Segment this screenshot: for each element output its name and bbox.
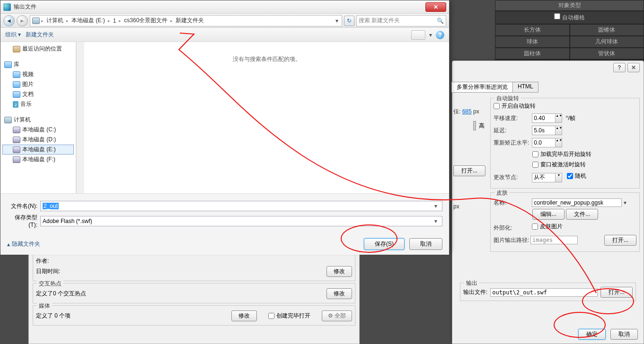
savetype-dropdown-icon[interactable]: ▾ [432,218,440,224]
view-dropdown-icon[interactable]: ▾ [429,32,432,38]
crumb-folder-cs360[interactable]: cs360全景图文件 [123,17,169,25]
relevel-spinner[interactable]: ▲▼ [532,138,562,147]
tree-scrollbar[interactable] [76,42,84,193]
save-button[interactable]: 保存(S) [364,238,405,250]
back-button[interactable]: ◄ [3,15,15,26]
change-node-input[interactable] [532,174,555,181]
open-after-create[interactable]: 创建完毕打开 [268,312,310,320]
after-load-rotate[interactable]: 加载完毕后开始旋转 [532,150,591,158]
hide-folders-link[interactable]: ▴ 隐藏文件夹 [7,240,40,248]
spinner-arrows-icon[interactable]: ▲▼ [555,126,562,135]
primitive-box[interactable]: 长方体 [495,24,570,36]
skin-name-field[interactable]: controller_new_popup.ggsk [532,198,622,207]
primitive-cone[interactable]: 圆锥体 [570,24,644,36]
pan-speed-spinner[interactable]: ▲▼ [532,113,562,123]
nav-tree[interactable]: 最近访问的位置 库 视频 图片 文档 ♪音乐 计算机 本地磁盘 (C:) 本地磁… [0,42,76,193]
close-icon[interactable]: ✕ [425,2,446,12]
delay-spinner[interactable]: ▲▼ [532,126,562,135]
peek-open-button[interactable]: 打开... [453,165,485,176]
tab-multires[interactable]: 多重分辨率渐进浏览 [451,82,513,93]
object-type-header: 对象类型 [495,0,644,11]
modify-button-1[interactable]: 修改 [326,266,352,277]
skin-edit-button[interactable]: 编辑... [532,209,565,220]
cancel-button[interactable]: 取消 [610,329,638,340]
chevron-right-icon[interactable]: ▸ [65,18,70,23]
filename-input[interactable]: 2_out ▾ [40,201,442,211]
random-checkbox[interactable] [567,173,573,179]
tree-drive-c[interactable]: 本地磁盘 (C:) [2,125,74,135]
tree-music[interactable]: ♪音乐 [2,99,74,109]
open-after-create-checkbox[interactable] [268,313,274,319]
tree-video[interactable]: 视频 [2,69,74,79]
random-checkbox-row[interactable]: 随机 [567,172,586,180]
modify-button-3[interactable]: 修改 [231,310,257,321]
modify-button-2[interactable]: 修改 [326,288,352,299]
tree-drive-f[interactable]: 本地磁盘 (F:) [2,155,74,164]
chevron-right-icon[interactable]: ▸ [117,18,123,23]
close-button[interactable]: ✕ [627,63,640,72]
skin-file-button[interactable]: 文件... [566,209,598,220]
forward-button[interactable]: ► [17,15,28,26]
externalize-skinimg[interactable]: 皮肤图片 [532,223,563,231]
spinner-arrows-icon[interactable]: ▲▼ [555,138,562,147]
pan-speed-unit: °/帧 [566,115,575,121]
spinner-arrows-icon[interactable]: ▲▼ [555,114,562,122]
tree-docs[interactable]: 文档 [2,89,74,99]
all-button[interactable]: ⚙ 全部 [322,310,352,321]
refresh-button[interactable]: ↻ [344,16,354,26]
filename-dropdown-icon[interactable]: ▾ [432,203,440,209]
chevron-right-icon[interactable]: ▸ [106,18,112,23]
new-folder-button[interactable]: 新建文件夹 [26,31,54,39]
after-load-checkbox[interactable] [532,151,538,157]
auto-grid-checkbox-row[interactable]: 自动栅格 [495,11,644,24]
slider-handle-icon[interactable] [473,121,476,130]
savetype-select[interactable]: Adobe Flash (*.swf) ▾ [40,216,442,226]
tab-html[interactable]: HTML [512,82,538,93]
change-node-select[interactable]: ▼ [532,173,562,182]
search-input[interactable]: 搜索 新建文件夹 🔍 [356,15,446,26]
tree-drive-c-label: 本地磁盘 (C:) [22,126,56,134]
output-file-field[interactable] [490,288,598,297]
crumb-folder-new[interactable]: 新建文件夹 [174,17,205,25]
cancel-save-button[interactable]: 取消 [409,238,442,250]
organize-menu[interactable]: 组织 ▾ [5,31,21,39]
dropdown-arrow-icon[interactable]: ▼ [555,173,562,182]
pan-speed-input[interactable] [532,114,555,122]
help-icon[interactable]: ? [436,31,444,39]
enable-autorotate[interactable]: 开启自动旋转 [494,102,536,110]
breadcrumb[interactable]: ▸ 计算机 ▸ 本地磁盘 (E:) ▸ 1 ▸ cs360全景图文件 ▸ 新建文… [30,15,342,26]
view-button[interactable] [411,30,425,40]
when-inactive-checkbox[interactable] [532,162,538,168]
imgout-field[interactable] [530,236,578,244]
crumb-computer[interactable]: 计算机 [45,17,65,25]
externalize-checkbox[interactable] [532,224,538,230]
peek-open-btn[interactable]: 打开... [453,165,485,176]
dropdown-arrow-icon[interactable]: ▾ [624,199,626,206]
tree-drive-d[interactable]: 本地磁盘 (D:) [2,135,74,145]
relevel-input[interactable] [532,139,555,146]
delay-input[interactable] [532,127,555,134]
tree-recent[interactable]: 最近访问的位置 [2,44,74,54]
ok-button[interactable]: 确定 [578,329,606,340]
imgout-open-button[interactable]: 打开... [604,235,636,246]
primitive-cylinder[interactable]: 圆柱体 [495,48,570,60]
crumb-drive-e[interactable]: 本地磁盘 (E:) [70,17,106,25]
meta-group: 作者: 日期时间: 修改 [33,252,355,281]
tree-drive-e[interactable]: 本地磁盘 (E:) [2,145,74,155]
when-inactive-rotate[interactable]: 窗口被激活时旋转 [532,161,586,169]
help-button[interactable]: ? [613,63,626,72]
tree-picture[interactable]: 图片 [2,79,74,89]
crumb-dropdown-icon[interactable]: ▾ [334,17,340,24]
tree-computer[interactable]: 计算机 [2,115,74,125]
primitive-sphere[interactable]: 球体 [495,36,570,48]
primitive-geosphere[interactable]: 几何球体 [570,36,644,48]
enable-autorotate-checkbox[interactable] [494,103,500,109]
save-titlebar[interactable]: 输出文件 ✕ [0,0,449,14]
tree-library[interactable]: 库 [2,60,74,69]
chevron-right-icon[interactable]: ▸ [169,18,174,23]
primitive-tube[interactable]: 管状体 [570,48,644,60]
chevron-right-icon[interactable]: ▸ [40,18,45,23]
output-open-button[interactable]: 打开... [600,287,633,298]
auto-grid-checkbox[interactable] [554,13,560,19]
crumb-folder-1[interactable]: 1 [112,17,118,24]
